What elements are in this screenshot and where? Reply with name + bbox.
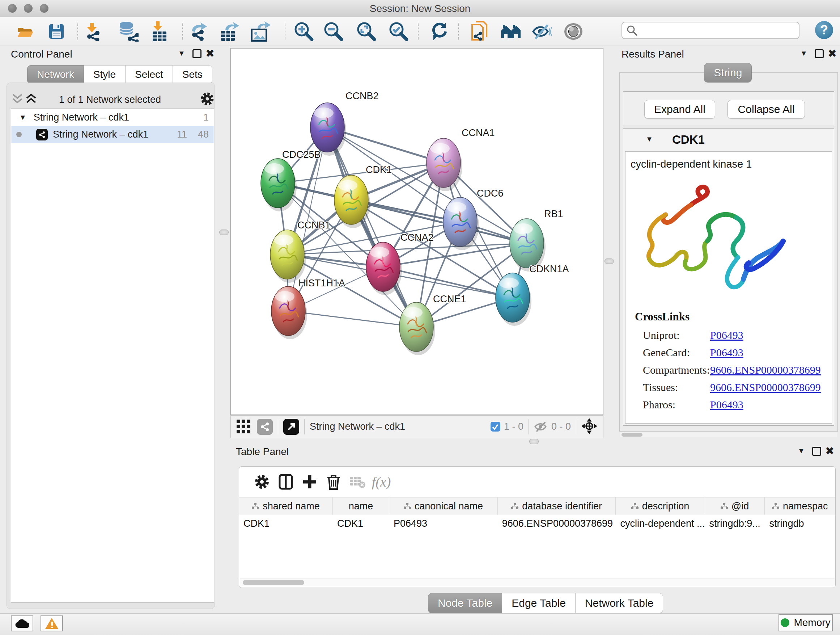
selected-nodes-checkbox[interactable]	[491, 422, 500, 432]
table-settings-gear-icon[interactable]	[250, 474, 274, 489]
network-tree-child-row[interactable]: String Network – cdk1 11 48	[11, 126, 214, 143]
expand-all-button[interactable]: Expand All	[644, 100, 715, 119]
import-table-icon[interactable]	[149, 21, 170, 42]
toolbar-separator	[77, 23, 78, 40]
table-panel-close-icon[interactable]: ✖	[825, 448, 834, 455]
protein-section-expander-icon[interactable]: ▼	[646, 135, 653, 143]
table-cell[interactable]: stringdb:9...	[705, 515, 765, 532]
table-cell[interactable]: CDK1	[239, 515, 333, 532]
control-panel-close-icon[interactable]: ✖	[205, 50, 215, 57]
crosslink-link[interactable]: P06493	[710, 328, 744, 342]
tab-node-table[interactable]: Node Table	[428, 593, 502, 613]
column-header-shared-name[interactable]: shared name	[239, 497, 333, 515]
hide-selected-icon[interactable]	[532, 21, 552, 42]
delete-column-icon[interactable]	[322, 474, 346, 490]
show-columns-icon[interactable]	[274, 474, 298, 490]
zoom-selected-icon[interactable]	[388, 21, 409, 42]
bottom-splitter-grip[interactable]	[529, 439, 538, 444]
crosslink-link[interactable]: P06493	[710, 346, 744, 359]
crosslink-link[interactable]: 9606.ENSP00000378699	[710, 380, 821, 394]
table-cell[interactable]: CDK1	[333, 515, 389, 532]
table-panel-float-icon[interactable]: ▼	[798, 447, 805, 455]
tree-expander-icon[interactable]: ▼	[19, 113, 27, 122]
grid-view-icon[interactable]	[236, 418, 252, 435]
network-node-RB1[interactable]: RB1	[510, 209, 563, 272]
column-header-namespac[interactable]: namespac	[765, 497, 835, 515]
column-header-name[interactable]: name	[333, 497, 389, 515]
network-node-CDKN1A[interactable]: CDKN1A	[496, 264, 569, 326]
warning-status-button[interactable]	[41, 616, 63, 631]
results-hscrollbar[interactable]	[620, 432, 837, 437]
network-node-CCNA1[interactable]: CCNA1	[426, 127, 495, 191]
add-column-icon[interactable]	[298, 475, 322, 489]
zoom-fit-icon[interactable]	[356, 21, 377, 42]
save-session-icon[interactable]	[46, 21, 66, 42]
houses-icon[interactable]	[500, 21, 521, 42]
cloud-status-button[interactable]	[11, 616, 33, 631]
table-body: CDK1CDK1P064939606.ENSP00000378699cyclin…	[239, 515, 835, 532]
table-hscrollbar[interactable]	[240, 578, 835, 586]
tab-style[interactable]: Style	[84, 65, 126, 84]
detach-view-icon[interactable]	[283, 419, 299, 435]
export-table-icon[interactable]	[219, 21, 240, 42]
toolbar-separator	[418, 23, 418, 40]
network-edge[interactable]	[327, 127, 416, 327]
network-node-HIST1H1A[interactable]: HIST1H1A	[271, 278, 345, 339]
delete-table-icon[interactable]	[346, 475, 369, 488]
right-splitter-grip[interactable]	[605, 258, 614, 264]
table-hscroll-thumb[interactable]	[243, 580, 304, 585]
results-panel-maximize-icon[interactable]	[815, 49, 824, 58]
results-panel-close-icon[interactable]: ✖	[828, 50, 837, 57]
apply-layout-icon[interactable]	[429, 21, 450, 42]
crosslink-link[interactable]: 9606.ENSP00000378699	[710, 363, 821, 377]
tab-network-table[interactable]: Network Table	[576, 593, 663, 613]
column-header-canonical-name[interactable]: canonical name	[389, 497, 498, 515]
tab-select[interactable]: Select	[126, 65, 173, 84]
tab-edge-table[interactable]: Edge Table	[502, 593, 576, 613]
zoom-out-icon[interactable]	[324, 21, 344, 42]
results-panel-float-icon[interactable]: ▼	[800, 49, 807, 57]
network-node-CDC6[interactable]: CDC6	[443, 188, 504, 250]
export-network-icon[interactable]	[189, 21, 210, 42]
control-panel-maximize-icon[interactable]	[193, 49, 202, 58]
table-panel-maximize-icon[interactable]	[812, 447, 821, 456]
collapse-all-button[interactable]: Collapse All	[728, 100, 805, 119]
memory-button[interactable]: Memory	[778, 614, 833, 631]
column-header-description[interactable]: description	[616, 497, 705, 515]
crosslinks-list: Uniprot:P06493GeneCard:P06493Compartment…	[625, 325, 828, 412]
column-header--id[interactable]: @id	[705, 497, 765, 515]
eye-orb-icon[interactable]	[563, 21, 584, 42]
open-session-icon[interactable]	[15, 21, 35, 42]
network-tree-root-row[interactable]: ▼ String Network – cdk1 1	[11, 109, 214, 126]
network-node-CCNB2[interactable]: CCNB2	[310, 90, 379, 156]
birdseye-navigator-icon[interactable]	[581, 418, 597, 435]
import-network-database-icon[interactable]	[118, 21, 139, 42]
table-cell[interactable]: stringdb	[765, 515, 835, 532]
network-edge[interactable]	[288, 311, 416, 327]
help-button[interactable]: ?	[815, 21, 833, 39]
function-builder-button[interactable]: f(x)	[369, 474, 393, 490]
tab-sets[interactable]: Sets	[173, 65, 212, 84]
tab-string[interactable]: String	[704, 63, 752, 82]
network-node-CCNE1[interactable]: CCNE1	[399, 294, 466, 355]
network-from-selection-icon[interactable]	[470, 21, 490, 42]
network-graph[interactable]: CCNB2CCNA1CDC25BCDK1CDC6RB1CCNB1CCNA2CDK…	[231, 49, 603, 415]
left-splitter-grip[interactable]	[219, 230, 229, 235]
network-edge[interactable]	[383, 267, 513, 298]
network-view-icon[interactable]	[257, 419, 273, 435]
table-row[interactable]: CDK1CDK1P064939606.ENSP00000378699cyclin…	[239, 515, 835, 532]
import-network-file-icon[interactable]	[84, 21, 104, 42]
control-panel-float-icon[interactable]: ▼	[178, 49, 185, 57]
search-field[interactable]	[622, 22, 799, 39]
export-image-icon[interactable]	[251, 21, 271, 42]
table-cell[interactable]: 9606.ENSP00000378699	[498, 515, 616, 532]
network-options-gear-icon[interactable]	[201, 92, 214, 107]
column-header-database-identifier[interactable]: database identifier	[498, 497, 616, 515]
crosslink-link[interactable]: P06493	[710, 398, 744, 412]
table-cell[interactable]: cyclin-dependent ...	[616, 515, 705, 532]
network-canvas[interactable]: CCNB2CCNA1CDC25BCDK1CDC6RB1CCNB1CCNA2CDK…	[231, 48, 603, 415]
table-cell[interactable]: P06493	[389, 515, 498, 532]
zoom-in-icon[interactable]	[294, 21, 314, 42]
results-hscroll-thumb[interactable]	[622, 433, 643, 437]
tab-network[interactable]: Network	[27, 65, 84, 84]
